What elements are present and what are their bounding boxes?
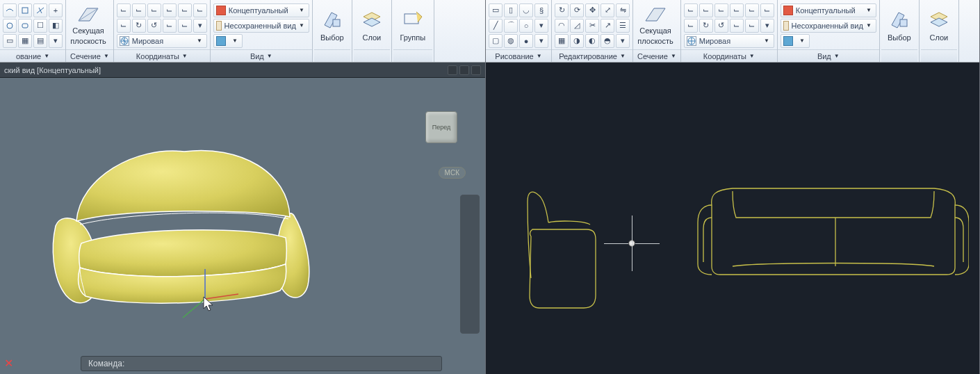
ucs-icon[interactable]: ▾ [193, 19, 207, 33]
ucs-icon[interactable]: ⌙ [760, 3, 774, 17]
intersect-icon[interactable]: ◓ [601, 34, 614, 48]
groups-button[interactable]: Группы [396, 4, 430, 47]
3drotate-icon[interactable]: ⟳ [570, 3, 584, 17]
ucs-icon[interactable]: ⌙ [684, 3, 698, 17]
polysolid-icon[interactable]: ▭ [489, 3, 503, 17]
draw-icon[interactable]: ▤ [33, 34, 47, 48]
group-footer-coords[interactable]: Координаты ▼ [114, 49, 210, 62]
nav-zoom-button[interactable] [463, 240, 477, 254]
ucs-icon[interactable]: ⌙ [745, 3, 759, 17]
draw-icon[interactable]: ◧ [49, 19, 63, 33]
chamfer-icon[interactable]: ◿ [570, 19, 584, 33]
trim-icon[interactable]: ✂ [585, 19, 599, 33]
ucs-icon[interactable]: ⌙ [730, 3, 744, 17]
rotate-icon[interactable]: ↻ [555, 3, 569, 17]
ucs-icon[interactable]: ⌙ [714, 3, 728, 17]
nav-orbit-button[interactable] [463, 259, 477, 273]
subtract-icon[interactable]: ◐ [585, 34, 599, 48]
draw-icon[interactable] [3, 3, 17, 17]
ucs-world-dropdown[interactable]: Мировая ▼ [117, 34, 207, 48]
dropdown-icon[interactable]: ▾ [534, 19, 548, 33]
layers-button[interactable]: Слои [924, 4, 954, 47]
draw-icon[interactable] [18, 19, 32, 33]
box-icon[interactable]: ▢ [489, 34, 503, 48]
ucs-icon[interactable]: ⌙ [178, 19, 192, 33]
ucs-icon[interactable]: ⌙ [132, 3, 146, 17]
group-footer-section[interactable]: Сечение ▼ [633, 49, 680, 62]
union-icon[interactable]: ◑ [570, 34, 584, 48]
view-aux-button[interactable]: ▼ [213, 34, 243, 48]
section-plane-button[interactable]: Секущая плоскость [636, 4, 675, 47]
group-footer-draw[interactable]: Рисование ▼ [486, 49, 551, 62]
helix-icon[interactable]: § [534, 3, 548, 17]
ucs-icon[interactable]: ⌙ [117, 19, 131, 33]
ucs-icon[interactable]: ↺ [147, 19, 161, 33]
polyline-icon[interactable]: ⌒ [504, 19, 518, 33]
viewport-right[interactable] [486, 63, 979, 374]
group-footer-view[interactable]: Вид ▼ [211, 49, 312, 62]
nav-wheel-button[interactable] [463, 201, 477, 215]
group-footer-section[interactable]: Сечение ▼ [66, 49, 113, 62]
draw-icon[interactable]: ▦ [18, 34, 32, 48]
move-icon[interactable]: ✥ [585, 3, 599, 17]
nav-pan-button[interactable] [463, 220, 477, 234]
ucs-icon[interactable]: ⌙ [117, 3, 131, 17]
visual-style-dropdown[interactable]: Концептуальный ▼ [213, 3, 309, 17]
ucs-icon[interactable]: ⌙ [193, 3, 207, 17]
ucs-icon[interactable]: ↻ [699, 19, 713, 33]
dropdown-icon[interactable]: ▾ [534, 34, 548, 48]
extend-icon[interactable]: ↗ [601, 19, 614, 33]
viewport-left[interactable]: ский вид [Концептуальный] Перед МСК [0, 63, 485, 374]
offset-icon[interactable]: ☰ [616, 19, 630, 33]
ucs-icon[interactable]: ⌙ [745, 19, 759, 33]
layers-button[interactable]: Слои [357, 4, 387, 47]
close-x-icon[interactable]: ✕ [4, 357, 13, 370]
ucs-world-dropdown[interactable]: Мировая ▼ [684, 34, 774, 48]
close-button[interactable] [471, 65, 481, 75]
extrude-icon[interactable]: ▯ [504, 3, 518, 17]
maximize-button[interactable] [459, 65, 469, 75]
draw-icon[interactable]: + [49, 3, 63, 17]
arc-icon[interactable]: ◡ [519, 3, 533, 17]
section-plane-button[interactable]: Секущая плоскость [69, 4, 108, 47]
minimize-button[interactable] [448, 65, 457, 75]
ucs-badge[interactable]: МСК [439, 167, 466, 179]
command-line[interactable]: Команда: [81, 356, 442, 371]
ucs-icon[interactable]: ⌙ [684, 19, 698, 33]
draw-icon[interactable]: ▭ [3, 34, 17, 48]
group-footer-edit[interactable]: Редактирование ▼ [552, 49, 632, 62]
group-footer-draw[interactable]: ование ▼ [0, 49, 65, 62]
draw-icon[interactable]: ☐ [33, 19, 47, 33]
ucs-icon[interactable]: ⌙ [163, 3, 177, 17]
select-button[interactable]: Выбор [317, 4, 348, 47]
sphere-icon[interactable]: ● [519, 34, 533, 48]
circle-icon[interactable]: ○ [519, 19, 533, 33]
array-icon[interactable]: ▦ [555, 34, 569, 48]
draw-icon[interactable]: ▾ [49, 34, 63, 48]
ucs-icon[interactable]: ⌙ [178, 3, 192, 17]
ucs-icon[interactable]: ⌙ [147, 3, 161, 17]
line-icon[interactable]: ╱ [489, 19, 503, 33]
group-footer-view[interactable]: Вид ▼ [778, 49, 879, 62]
ucs-icon[interactable]: ⌙ [163, 19, 177, 33]
ucs-icon[interactable]: ↻ [132, 19, 146, 33]
draw-icon[interactable] [3, 19, 17, 33]
scale-icon[interactable]: ⤢ [601, 3, 614, 17]
draw-icon[interactable] [18, 3, 32, 17]
fillet-icon[interactable]: ◠ [555, 19, 569, 33]
ucs-icon[interactable]: ⌙ [730, 19, 744, 33]
ucs-icon[interactable]: ⌙ [699, 3, 713, 17]
cylinder-icon[interactable]: ◍ [504, 34, 518, 48]
ucs-icon[interactable]: ▾ [760, 19, 774, 33]
draw-icon[interactable] [33, 3, 47, 17]
select-button[interactable]: Выбор [884, 4, 915, 47]
view-cube[interactable]: Перед [425, 111, 457, 143]
unsaved-view-dropdown[interactable]: Несохраненный вид ▼ [213, 19, 309, 33]
unsaved-view-dropdown[interactable]: Несохраненный вид ▼ [781, 19, 876, 33]
dropdown-icon[interactable]: ▾ [616, 34, 630, 48]
nav-showmotion-button[interactable] [463, 279, 477, 293]
ucs-icon[interactable]: ↺ [714, 19, 728, 33]
group-footer-coords[interactable]: Координаты ▼ [681, 49, 777, 62]
mirror-icon[interactable]: ⇋ [616, 3, 630, 17]
view-aux-button[interactable]: ▼ [781, 34, 810, 48]
